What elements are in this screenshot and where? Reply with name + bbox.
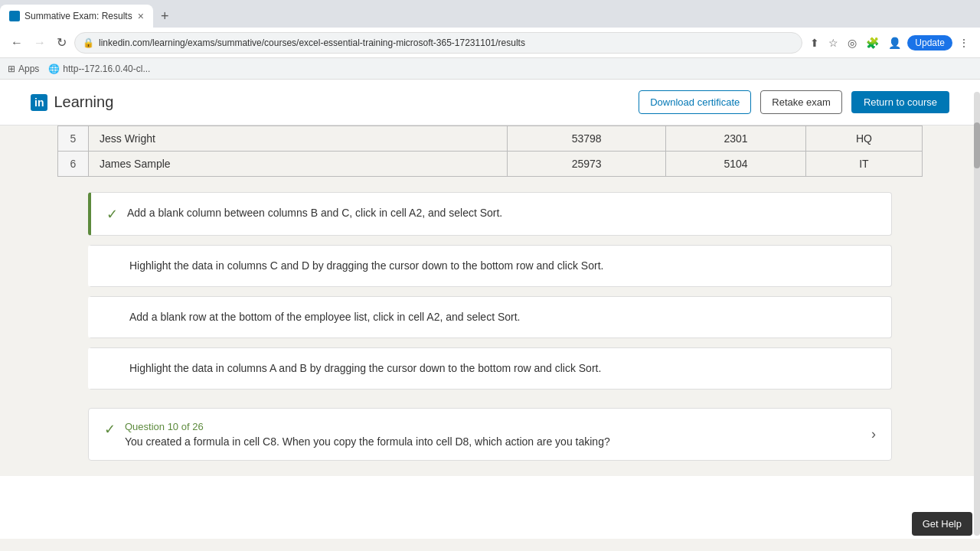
tab-favicon bbox=[9, 11, 20, 21]
row-num: 6 bbox=[58, 152, 89, 177]
row-num: 5 bbox=[58, 126, 89, 152]
answer-text: Add a blank row at the bottom of the emp… bbox=[129, 309, 521, 325]
back-button[interactable]: ← bbox=[8, 34, 26, 51]
q10-check-icon: ✓ bbox=[104, 421, 116, 438]
scrollbar-thumb[interactable] bbox=[974, 122, 980, 168]
row-name: James Sample bbox=[89, 152, 508, 177]
answer-options-section: ✓ Add a blank column between columns B a… bbox=[57, 177, 923, 399]
answer-card[interactable]: Add a blank row at the bottom of the emp… bbox=[88, 296, 892, 338]
row-col1: 25973 bbox=[508, 152, 666, 177]
answer-text: Highlight the data in columns A and B by… bbox=[129, 360, 601, 377]
question-10-section: ✓ Question 10 of 26 You created a formul… bbox=[57, 399, 923, 476]
linkedin-logo: in Learning bbox=[31, 93, 113, 111]
return-to-course-button[interactable]: Return to course bbox=[851, 91, 949, 113]
profile-icon[interactable]: 👤 bbox=[885, 35, 904, 51]
chevron-right-icon: › bbox=[871, 426, 876, 442]
answer-card[interactable]: ✓ Add a blank column between columns B a… bbox=[88, 192, 892, 236]
grid-icon: ⊞ bbox=[8, 64, 15, 74]
row-name: Jess Wright bbox=[89, 126, 508, 152]
browser-tab[interactable]: Summative Exam: Results × bbox=[0, 5, 153, 28]
excel-table-wrapper: 5 Jess Wright 53798 2301 HQ 6 James Samp… bbox=[57, 126, 923, 177]
answer-card[interactable]: Highlight the data in columns C and D by… bbox=[88, 245, 892, 287]
li-logo-icon: in bbox=[31, 94, 47, 111]
new-tab-button[interactable]: + bbox=[153, 8, 177, 24]
update-button[interactable]: Update bbox=[907, 35, 952, 51]
page-header: in Learning Download certificate Retake … bbox=[0, 80, 980, 126]
row-col2: 2301 bbox=[665, 126, 805, 152]
q10-content: Question 10 of 26 You created a formula … bbox=[125, 421, 862, 448]
table-row: 6 James Sample 25973 5104 IT bbox=[58, 152, 923, 177]
q10-label: Question 10 of 26 bbox=[125, 421, 862, 432]
answer-text: Add a blank column between columns B and… bbox=[127, 205, 502, 221]
row-col2: 5104 bbox=[665, 152, 805, 177]
tab-close-button[interactable]: × bbox=[138, 10, 144, 22]
get-help-button[interactable]: Get Help bbox=[912, 512, 972, 536]
scrollbar[interactable] bbox=[974, 92, 980, 536]
table-row: 5 Jess Wright 53798 2301 HQ bbox=[58, 126, 923, 152]
puzzle-icon[interactable]: 🧩 bbox=[863, 35, 882, 51]
excel-data-table: 5 Jess Wright 53798 2301 HQ 6 James Samp… bbox=[57, 126, 923, 177]
ip-bookmark[interactable]: 🌐 http--172.16.0.40-cl... bbox=[48, 64, 150, 74]
extension-icon[interactable]: ◎ bbox=[844, 35, 860, 51]
lock-icon: 🔒 bbox=[83, 37, 94, 48]
answer-card[interactable]: Highlight the data in columns A and B by… bbox=[88, 347, 892, 390]
row-col3: HQ bbox=[805, 126, 922, 152]
share-icon[interactable]: ⬆ bbox=[807, 35, 822, 51]
retake-exam-button[interactable]: Retake exam bbox=[760, 90, 842, 114]
correct-icon: ✓ bbox=[106, 206, 118, 223]
apps-bookmark[interactable]: ⊞ Apps bbox=[8, 64, 39, 74]
refresh-button[interactable]: ↻ bbox=[54, 34, 70, 51]
address-bar[interactable]: 🔒 linkedin.com/learning/exams/summative/… bbox=[74, 32, 802, 54]
url-text: linkedin.com/learning/exams/summative/co… bbox=[99, 37, 794, 48]
question-10-card[interactable]: ✓ Question 10 of 26 You created a formul… bbox=[88, 408, 892, 461]
q10-text: You created a formula in cell C8. When y… bbox=[125, 435, 862, 448]
menu-icon[interactable]: ⋮ bbox=[956, 35, 972, 51]
row-col1: 53798 bbox=[508, 126, 666, 152]
download-certificate-button[interactable]: Download certificate bbox=[639, 90, 751, 114]
bookmark-icon[interactable]: ☆ bbox=[825, 35, 841, 51]
li-logo-text: Learning bbox=[54, 93, 113, 111]
tab-title: Summative Exam: Results bbox=[24, 11, 132, 21]
answer-text: Highlight the data in columns C and D by… bbox=[129, 258, 603, 274]
row-col3: IT bbox=[805, 152, 922, 177]
globe-icon: 🌐 bbox=[48, 64, 60, 74]
forward-button[interactable]: → bbox=[31, 34, 49, 51]
